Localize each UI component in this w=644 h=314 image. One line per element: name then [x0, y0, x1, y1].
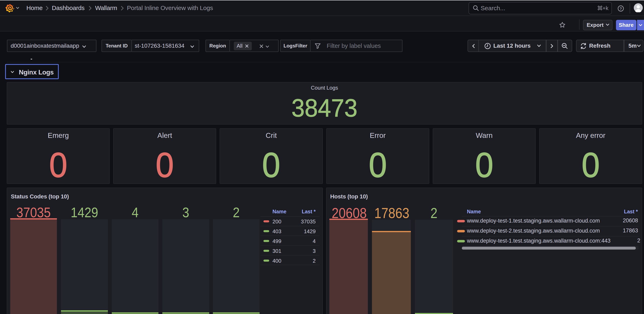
svg-text:?: ?: [620, 6, 622, 11]
